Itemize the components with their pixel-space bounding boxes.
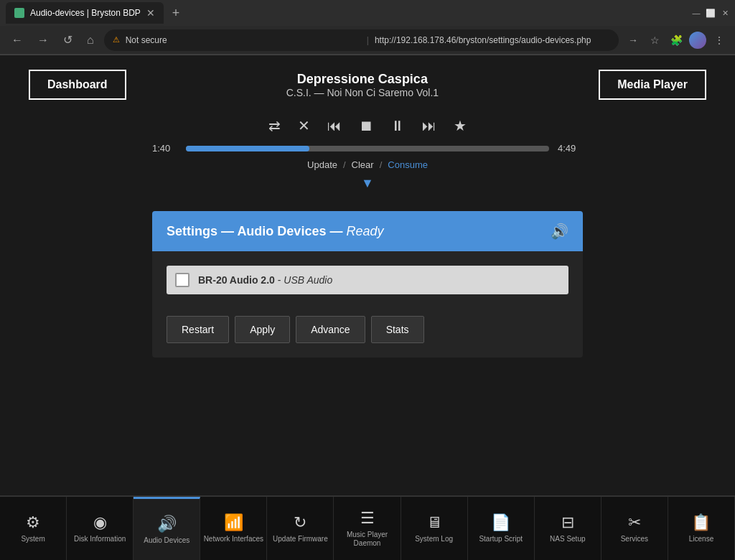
nav-icon-system-log: 🖥 <box>426 513 442 532</box>
device-dash: - <box>278 274 284 286</box>
nav-item-services[interactable]: ✂Services <box>601 497 668 560</box>
scroll-indicator: ▼ <box>0 170 735 197</box>
repeat-button[interactable]: ⇄ <box>266 114 284 137</box>
forward-button[interactable]: → <box>33 31 53 50</box>
nav-item-system-log[interactable]: 🖥System Log <box>401 497 468 560</box>
settings-panel: Settings — Audio Devices — Ready 🔊 BR-20… <box>152 211 583 358</box>
security-label: Not secure <box>126 35 361 45</box>
settings-header: Settings — Audio Devices — Ready 🔊 <box>152 211 583 251</box>
playlist-controls: Update / Clear / Consume <box>307 159 428 170</box>
reload-button[interactable]: ↺ <box>59 30 77 50</box>
settings-prefix: Settings <box>167 224 217 238</box>
favorite-button[interactable]: ★ <box>451 114 469 137</box>
nav-icon-update-firmware: ↻ <box>294 513 306 532</box>
header: Dashboard Depressione Caspica C.S.I. — N… <box>0 55 735 114</box>
separator1: / <box>343 159 346 170</box>
nav-icon-music-player-daemon: ☰ <box>360 509 375 528</box>
menu-icon[interactable]: ⋮ <box>711 32 728 49</box>
volume-icon: 🔊 <box>551 223 568 240</box>
settings-title: Settings — Audio Devices — Ready <box>167 224 383 239</box>
nav-label-music-player-daemon: Music Player Daemon <box>337 531 397 548</box>
player-controls: ⇄ ✕ ⏮ ⏹ ⏸ ⏭ ★ 1:40 4:49 Update / Clear /… <box>0 114 735 170</box>
main-content: Dashboard Depressione Caspica C.S.I. — N… <box>0 55 735 496</box>
nav-label-audio-devices: Audio Devices <box>144 536 189 545</box>
go-button[interactable]: → <box>624 32 642 49</box>
nav-item-nas-setup[interactable]: ⊟NAS Setup <box>535 497 601 560</box>
tab-close-button[interactable]: ✕ <box>146 7 155 19</box>
nav-label-disk-information: Disk Information <box>74 535 126 543</box>
nav-label-system: System <box>21 535 45 543</box>
address-bar[interactable]: ⚠ Not secure | http://192.168.178.46/bry… <box>104 29 619 51</box>
nav-icon-network-interfaces: 📶 <box>224 513 243 532</box>
nav-icon-audio-devices: 🔊 <box>157 515 177 533</box>
current-time: 1:40 <box>152 143 177 154</box>
nav-label-update-firmware: Update Firmware <box>273 535 328 543</box>
nav-actions: → ☆ 🧩 ⋮ <box>624 32 728 49</box>
nav-icon-disk-information: ◉ <box>93 513 107 532</box>
nav-item-audio-devices[interactable]: 🔊Audio Devices <box>134 497 200 560</box>
nav-label-nas-setup: NAS Setup <box>550 535 585 543</box>
consume-link[interactable]: Consume <box>388 159 428 170</box>
browser-chrome: Audio-devices | Bryston BDP ✕ + — ⬜ ✕ ← … <box>0 0 735 55</box>
track-artist: C.S.I. — Noi Non Ci Saremo Vol.1 <box>286 87 439 98</box>
controls-row: ⇄ ✕ ⏮ ⏹ ⏸ ⏭ ★ <box>266 114 469 137</box>
nav-bar: ← → ↺ ⌂ ⚠ Not secure | http://192.168.17… <box>0 26 735 55</box>
track-title: Depressione Caspica <box>286 72 439 87</box>
bookmark-star-icon[interactable]: ☆ <box>646 32 663 49</box>
nav-item-network-interfaces[interactable]: 📶Network Interfaces <box>200 497 267 560</box>
profile-avatar[interactable] <box>689 32 706 49</box>
progress-fill <box>186 146 309 151</box>
pause-button[interactable]: ⏸ <box>388 115 408 137</box>
settings-section: Audio Devices <box>237 224 326 238</box>
tab-favicon <box>14 8 24 18</box>
separator2: / <box>380 159 383 170</box>
extensions-icon[interactable]: 🧩 <box>668 32 685 49</box>
shuffle-button[interactable]: ✕ <box>295 114 313 137</box>
tab-label: Audio-devices | Bryston BDP <box>30 8 141 18</box>
now-playing: Depressione Caspica C.S.I. — Noi Non Ci … <box>286 72 439 98</box>
tab-bar: Audio-devices | Bryston BDP ✕ + — ⬜ ✕ <box>0 0 735 26</box>
device-radio-button[interactable] <box>175 273 189 287</box>
minimize-button[interactable]: — <box>692 9 701 17</box>
bottom-nav: ⚙System◉Disk Information🔊Audio Devices📶N… <box>0 495 735 560</box>
active-tab[interactable]: Audio-devices | Bryston BDP ✕ <box>6 2 164 24</box>
dashboard-button[interactable]: Dashboard <box>29 70 126 100</box>
nav-label-system-log: System Log <box>415 535 453 543</box>
settings-dash1: — <box>221 224 237 238</box>
nav-item-update-firmware[interactable]: ↻Update Firmware <box>267 497 334 560</box>
apply-button[interactable]: Apply <box>235 316 290 343</box>
nav-item-system[interactable]: ⚙System <box>0 497 67 560</box>
update-label[interactable]: Update <box>307 159 337 170</box>
previous-button[interactable]: ⏮ <box>324 115 345 137</box>
media-player-button[interactable]: Media Player <box>599 70 706 100</box>
restart-button[interactable]: Restart <box>167 316 229 343</box>
close-window-button[interactable]: ✕ <box>721 9 729 17</box>
clear-label[interactable]: Clear <box>352 159 374 170</box>
progress-bar[interactable] <box>186 146 549 151</box>
nav-label-network-interfaces: Network Interfaces <box>204 535 263 543</box>
home-button[interactable]: ⌂ <box>83 31 98 50</box>
progress-row: 1:40 4:49 <box>152 143 583 154</box>
address-separator: | <box>367 35 369 45</box>
stats-button[interactable]: Stats <box>371 316 424 343</box>
back-button[interactable]: ← <box>7 31 27 50</box>
restore-button[interactable]: ⬜ <box>706 9 715 17</box>
device-list: BR-20 Audio 2.0 - USB Audio <box>152 251 583 309</box>
next-button[interactable]: ⏭ <box>419 115 439 137</box>
nav-icon-services: ✂ <box>628 513 641 532</box>
device-name: BR-20 Audio 2.0 - USB Audio <box>198 274 332 286</box>
nav-label-services: Services <box>621 535 648 543</box>
new-tab-button[interactable]: + <box>167 6 186 21</box>
advance-button[interactable]: Advance <box>296 316 365 343</box>
device-item[interactable]: BR-20 Audio 2.0 - USB Audio <box>167 266 568 294</box>
nav-label-license: License <box>689 535 713 543</box>
url-text: http://192.168.178.46/bryston/settings/a… <box>375 35 610 45</box>
settings-status: Ready <box>346 224 383 238</box>
stop-button[interactable]: ⏹ <box>356 115 376 137</box>
nav-item-startup-script[interactable]: 📄Startup Script <box>468 497 535 560</box>
nav-item-license[interactable]: 📋License <box>668 497 735 560</box>
nav-item-music-player-daemon[interactable]: ☰Music Player Daemon <box>334 497 401 560</box>
device-name-text: BR-20 Audio 2.0 <box>198 274 275 286</box>
scroll-arrow-icon: ▼ <box>361 176 374 191</box>
nav-item-disk-information[interactable]: ◉Disk Information <box>67 497 134 560</box>
